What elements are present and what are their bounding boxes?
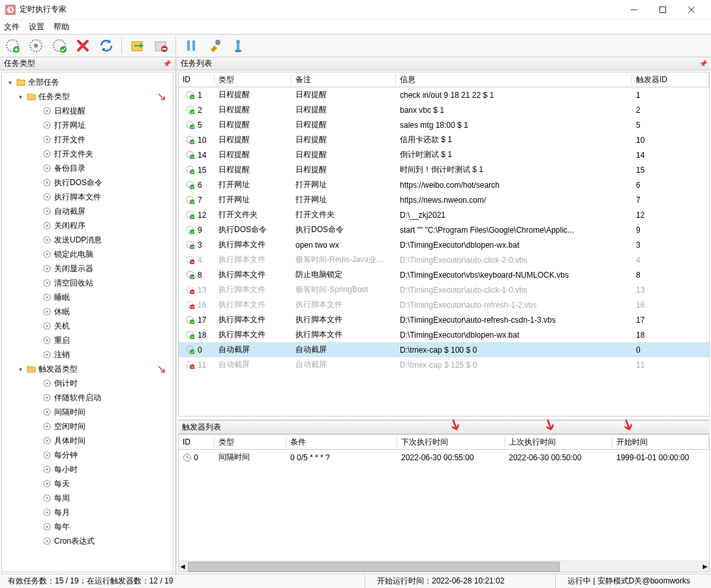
- tree-trigger-item-10[interactable]: 每年: [3, 520, 172, 534]
- tree-root[interactable]: ▾全部任务: [3, 75, 172, 89]
- tree-type-item-11[interactable]: 关闭显示器: [3, 261, 172, 276]
- toolbar-refresh-button[interactable]: [97, 36, 116, 55]
- expand-icon[interactable]: ▾: [16, 366, 24, 373]
- toolbar-wizard-button[interactable]: [228, 36, 248, 55]
- task-row[interactable]: 11自动截屏自动截屏D:\tmex-cap $ 125 $ 011: [179, 357, 709, 372]
- tree-type-item-8[interactable]: 关闭程序: [3, 218, 172, 233]
- toolbar-import-button[interactable]: [127, 36, 147, 55]
- tcol-start[interactable]: 开始时间: [613, 437, 709, 448]
- tree-trigger-item-0[interactable]: 倒计时: [3, 376, 172, 390]
- tcol-next[interactable]: 下次执行时间: [397, 437, 505, 448]
- tree-trigger-item-4[interactable]: 具体时间: [3, 434, 172, 448]
- tree-trigger-item-6[interactable]: 每小时: [3, 462, 172, 477]
- task-row[interactable]: 1日程提醒日程提醒check in/out 9 18 21 22 $ 11: [179, 87, 709, 102]
- toolbar-settings-button[interactable]: [26, 36, 46, 55]
- tree-type-item-15[interactable]: 关机: [3, 319, 172, 333]
- task-row[interactable]: 2日程提醒日程提醒banx vbc $ 12: [179, 102, 709, 117]
- tree-type-item-17[interactable]: 注销: [3, 347, 172, 362]
- tree-type-item-16[interactable]: 重启: [3, 333, 172, 347]
- tree-type-item-12[interactable]: 清空回收站: [3, 276, 172, 290]
- tree-type-item-4[interactable]: 备份目录: [3, 161, 172, 175]
- minimize-button[interactable]: [620, 1, 648, 19]
- task-row[interactable]: 12打开文件夹打开文件夹D:\__zkj202112: [179, 207, 709, 222]
- tree-type-item-3[interactable]: 打开文件夹: [3, 147, 172, 161]
- pin-icon[interactable]: 📌: [699, 60, 707, 67]
- tree-trigger-item-1[interactable]: 伴随软件启动: [3, 390, 172, 405]
- col-trigger-id[interactable]: 触发器ID: [632, 74, 709, 85]
- task-id: 2: [198, 106, 202, 115]
- task-row[interactable]: 16执行脚本文件执行脚本文件D:\TimingExecutor\auto-ref…: [179, 297, 709, 312]
- col-id[interactable]: ID: [179, 75, 215, 84]
- trigger-row[interactable]: 0间隔时间0 0/5 * * * ?2022-06-30 00:55:00202…: [179, 450, 709, 465]
- tree-type-item-2[interactable]: 打开文件: [3, 132, 172, 147]
- toolbar-pause-button[interactable]: [181, 36, 201, 55]
- col-note[interactable]: 备注: [292, 74, 396, 85]
- task-row[interactable]: 7打开网址打开网址https://news.nweon.com/7: [179, 192, 709, 207]
- tree-task-types[interactable]: ▾任务类型↘: [3, 89, 172, 104]
- tcol-id[interactable]: ID: [179, 437, 215, 447]
- task-row[interactable]: 14日程提醒日程提醒倒计时测试 $ 114: [179, 147, 709, 162]
- tree-type-item-1[interactable]: 打开网址: [3, 118, 172, 132]
- tree-trigger-item-5[interactable]: 每分钟: [3, 448, 172, 462]
- task-row[interactable]: 18执行脚本文件执行脚本文件D:\TimingExecutor\dblopen-…: [179, 327, 709, 342]
- expand-icon[interactable]: ▾: [6, 79, 14, 86]
- expand-icon[interactable]: ▾: [16, 93, 24, 100]
- task-id: 16: [198, 301, 206, 310]
- tree-type-item-13[interactable]: 睡眠: [3, 290, 172, 304]
- task-row[interactable]: 10日程提醒日程提醒信用卡还款 $ 110: [179, 132, 709, 147]
- trigger-list-body[interactable]: 0间隔时间0 0/5 * * * ?2022-06-30 00:55:00202…: [179, 450, 709, 561]
- svg-point-18: [236, 40, 240, 44]
- tree-trigger-item-8[interactable]: 每周: [3, 491, 172, 505]
- toolbar-stop-button[interactable]: [151, 36, 170, 55]
- tree-trigger-item-2[interactable]: 间隔时间: [3, 405, 172, 419]
- task-type-tree[interactable]: ▾全部任务▾任务类型↘日程提醒打开网址打开文件打开文件夹备份目录执行DOS命令执…: [1, 72, 174, 572]
- tcol-last[interactable]: 上次执行时间: [505, 437, 613, 448]
- close-button[interactable]: [677, 1, 706, 19]
- tree-trigger-item-11[interactable]: Cron表达式: [3, 534, 172, 548]
- tree-type-item-14[interactable]: 休眠: [3, 304, 172, 319]
- toolbar-delete-button[interactable]: [73, 36, 93, 55]
- task-row[interactable]: 0自动截屏自动截屏D:\tmex-cap $ 100 $ 00: [179, 342, 709, 357]
- tree-trigger-item-3[interactable]: 空闲时间: [3, 419, 172, 434]
- col-info[interactable]: 信息: [396, 74, 632, 85]
- task-row[interactable]: 3执行脚本文件open two wxD:\TimingExecutor\dblo…: [179, 237, 709, 252]
- tree-type-item-9[interactable]: 发送UDP消息: [3, 233, 172, 247]
- toolbar-enable-button[interactable]: [50, 36, 69, 55]
- tree-type-item-0[interactable]: 日程提醒: [3, 104, 172, 118]
- task-row[interactable]: 13执行脚本文件极客时间-SpringBootD:\TimingExecutor…: [179, 282, 709, 297]
- task-list-header[interactable]: ID 类型 备注 信息 触发器ID: [179, 72, 709, 87]
- task-status-icon: [185, 285, 196, 295]
- svg-rect-14: [192, 40, 195, 51]
- tree-type-item-10[interactable]: 锁定此电脑: [3, 247, 172, 261]
- menu-help[interactable]: 帮助: [53, 22, 69, 33]
- task-type-panel-title: 任务类型 📌: [0, 57, 175, 70]
- tree-trigger-types[interactable]: ▾触发器类型↘: [3, 362, 172, 376]
- tree-type-item-5[interactable]: 执行DOS命令: [3, 175, 172, 190]
- menu-file[interactable]: 文件: [4, 22, 20, 33]
- task-row[interactable]: 5日程提醒日程提醒sales mtg 18:00 $ 15: [179, 117, 709, 132]
- tree-type-item-6[interactable]: 执行脚本文件: [3, 190, 172, 204]
- maximize-button[interactable]: [648, 1, 677, 19]
- tree-trigger-item-7[interactable]: 每天: [3, 477, 172, 491]
- tree-item-label: 全部任务: [28, 77, 59, 88]
- toolbar-add-button[interactable]: [3, 36, 22, 55]
- tcol-cond[interactable]: 条件: [286, 437, 397, 448]
- task-row[interactable]: 8执行脚本文件防止电脑锁定D:\TimingExecutor\vbs\keybo…: [179, 267, 709, 282]
- task-row[interactable]: 9执行DOS命令执行DOS命令start "" "C:\Program File…: [179, 222, 709, 237]
- tcol-type[interactable]: 类型: [215, 437, 286, 448]
- tree-type-item-7[interactable]: 自动截屏: [3, 204, 172, 218]
- horizontal-scrollbar[interactable]: ◄ ►: [179, 561, 709, 572]
- task-row[interactable]: 17执行脚本文件执行脚本文件D:\TimingExecutor\auto-ref…: [179, 312, 709, 327]
- task-row[interactable]: 4执行脚本文件极客时间-Redis-Java业...D:\TimingExecu…: [179, 252, 709, 267]
- tree-trigger-item-9[interactable]: 每月: [3, 505, 172, 520]
- task-row[interactable]: 6打开网址打开网址https://weibo.com/hot/search6: [179, 177, 709, 192]
- tree-item-label: 注销: [54, 349, 70, 360]
- task-row[interactable]: 15日程提醒日程提醒时间到！倒计时测试 $ 115: [179, 162, 709, 177]
- trigger-list-header[interactable]: ID 类型 条件 下次执行时间 上次执行时间 开始时间: [179, 435, 709, 450]
- menu-settings[interactable]: 设置: [29, 22, 44, 33]
- task-info: https://weibo.com/hot/search: [396, 181, 632, 190]
- toolbar-tools-button[interactable]: [205, 36, 224, 55]
- task-list-body[interactable]: 1日程提醒日程提醒check in/out 9 18 21 22 $ 112日程…: [179, 87, 709, 416]
- pin-icon[interactable]: 📌: [163, 60, 171, 67]
- col-type[interactable]: 类型: [215, 74, 292, 85]
